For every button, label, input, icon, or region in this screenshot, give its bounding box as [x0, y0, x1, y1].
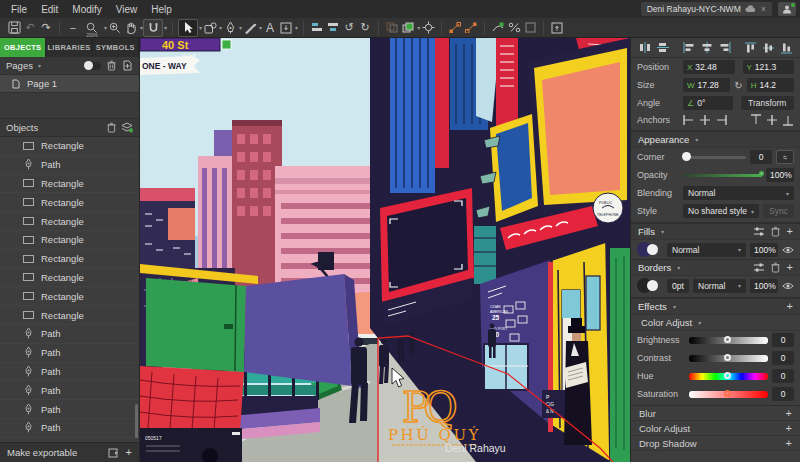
list-item-path[interactable]: Path — [0, 419, 139, 438]
transform-tool[interactable] — [420, 19, 436, 37]
align-center-horizontal-icon[interactable] — [701, 42, 713, 54]
border-color-swatch[interactable] — [637, 278, 663, 293]
page-item[interactable]: Page 1 — [0, 75, 139, 93]
list-item-rectangle[interactable]: Rectangle — [0, 231, 139, 250]
distribute-tool[interactable] — [325, 19, 341, 37]
align-top-icon[interactable] — [744, 42, 756, 54]
zoom-out-button[interactable]: − — [65, 19, 81, 37]
saturation-slider[interactable] — [689, 391, 768, 398]
pages-visibility-toggle[interactable] — [84, 62, 101, 70]
angle-input[interactable]: ∠0° — [683, 96, 733, 110]
size-height-input[interactable]: H14.2 — [747, 78, 794, 92]
color-adjust-header[interactable]: Color Adjust▾ — [631, 315, 800, 331]
border-blend-dropdown[interactable]: Normal▾ — [693, 279, 746, 293]
position-x-input[interactable]: X32.48 — [683, 60, 735, 74]
brightness-value-input[interactable]: 0 — [772, 333, 794, 347]
brightness-slider[interactable] — [689, 337, 768, 344]
fill-opacity-input[interactable]: 100% — [750, 243, 778, 257]
zoom-in-tool[interactable] — [107, 19, 123, 37]
artboard-tool[interactable] — [278, 19, 294, 37]
list-item-rectangle[interactable]: Rectangle — [0, 306, 139, 325]
layer-options-icon[interactable] — [121, 122, 133, 134]
list-item-rectangle[interactable]: Rectangle — [0, 250, 139, 269]
snapping-magnet-tool[interactable] — [143, 19, 163, 37]
menu-file[interactable]: File — [4, 4, 34, 15]
add-border-icon[interactable]: + — [787, 262, 793, 273]
hue-slider[interactable] — [689, 373, 768, 380]
tab-symbols[interactable]: SYMBOLS — [93, 38, 139, 57]
menu-help[interactable]: Help — [144, 4, 179, 15]
border-visibility-eye-icon[interactable] — [782, 280, 794, 292]
border-options-icon[interactable] — [753, 262, 765, 274]
rotate-ccw-button[interactable]: ↺ — [341, 19, 357, 37]
borders-header[interactable]: Borders▾ + — [631, 259, 800, 276]
anchor-center-horizontal-icon[interactable] — [699, 114, 711, 126]
list-item-path[interactable]: Path — [0, 363, 139, 382]
add-blur-icon[interactable]: + — [786, 408, 792, 419]
list-item-rectangle[interactable]: Rectangle — [0, 175, 139, 194]
boolean-union-tool[interactable] — [384, 19, 400, 37]
distribute-vertical-icon[interactable] — [657, 42, 669, 54]
shape-tool[interactable] — [202, 19, 218, 37]
delete-object-icon[interactable] — [105, 122, 117, 134]
close-tab-icon[interactable]: × — [761, 4, 766, 14]
add-fill-icon[interactable]: + — [787, 226, 793, 237]
pages-collapse-icon[interactable]: ▾ — [38, 62, 41, 69]
border-width-input[interactable]: 0pt — [667, 279, 689, 293]
add-export-icon[interactable]: + — [126, 447, 132, 458]
zoom-level-control[interactable]: 200% — [81, 19, 103, 37]
list-item-path[interactable]: Path — [0, 400, 139, 419]
duplicate-tool[interactable] — [400, 19, 416, 37]
anchor-middle-vertical-icon[interactable] — [766, 114, 778, 126]
contrast-slider[interactable] — [689, 355, 768, 362]
document-tab[interactable]: Deni Rahayu-NYC-NWM × — [641, 2, 772, 16]
distribute-horizontal-icon[interactable] — [639, 42, 651, 54]
appearance-header[interactable]: Appearance▾ — [631, 131, 800, 148]
anchor-bottom-icon[interactable] — [782, 114, 794, 126]
add-page-icon[interactable] — [121, 60, 133, 72]
menu-view[interactable]: View — [109, 4, 145, 15]
knife-tool[interactable] — [242, 19, 258, 37]
blending-dropdown[interactable]: Normal▾ — [683, 186, 794, 200]
list-item-path[interactable]: Path — [0, 381, 139, 400]
list-item-rectangle[interactable]: Rectangle — [0, 269, 139, 288]
anchor-right-icon[interactable] — [715, 114, 727, 126]
add-drop-shadow-icon[interactable]: + — [786, 438, 792, 449]
menu-modify[interactable]: Modify — [65, 4, 108, 15]
align-tool[interactable] — [309, 19, 325, 37]
tab-libraries[interactable]: LIBRARIES — [46, 38, 92, 57]
rotate-cw-button[interactable]: ↻ — [357, 19, 373, 37]
list-item-path[interactable]: Path — [0, 325, 139, 344]
align-right-icon[interactable] — [719, 42, 731, 54]
effects-header[interactable]: Effects▾ + — [631, 298, 800, 315]
redo-button[interactable]: ↷ — [38, 19, 54, 37]
canvas-viewport[interactable]: LEAGUE KITCHEN ELECTRICIAN FAMOUS — [140, 38, 630, 462]
fills-header[interactable]: Fills▾ + — [631, 223, 800, 240]
contrast-value-input[interactable]: 0 — [772, 351, 794, 365]
save-button[interactable] — [6, 19, 22, 37]
menu-edit[interactable]: Edit — [34, 4, 65, 15]
export-frame-icon[interactable] — [108, 447, 120, 459]
size-width-input[interactable]: W17.28 — [683, 78, 730, 92]
frame-tool[interactable] — [522, 19, 538, 37]
delete-fill-icon[interactable] — [770, 226, 782, 238]
opacity-value-input[interactable]: 100% — [766, 168, 794, 182]
anchor-left-icon[interactable] — [683, 114, 695, 126]
align-middle-vertical-icon[interactable] — [762, 42, 774, 54]
transform-button[interactable]: Transform — [741, 96, 795, 110]
style-dropdown[interactable]: No shared style▾ — [683, 204, 759, 218]
add-anchor-tool[interactable] — [490, 19, 506, 37]
sync-style-button[interactable]: Sync — [763, 204, 794, 218]
fill-color-swatch[interactable] — [637, 242, 663, 257]
fill-visibility-eye-icon[interactable] — [782, 244, 794, 256]
blur-effect-row[interactable]: Blur+ — [631, 406, 800, 421]
path-operations-tool[interactable] — [506, 19, 522, 37]
opacity-slider[interactable] — [683, 174, 762, 177]
list-item-path[interactable]: Path — [0, 344, 139, 363]
list-item-rectangle[interactable]: Rectangle — [0, 193, 139, 212]
list-item-path[interactable]: Path — [0, 156, 139, 175]
undo-button[interactable]: ↶ — [22, 19, 38, 37]
align-left-icon[interactable] — [683, 42, 695, 54]
fill-blend-dropdown[interactable]: Normal▾ — [667, 243, 746, 257]
drop-shadow-effect-row[interactable]: Drop Shadow+ — [631, 436, 800, 451]
